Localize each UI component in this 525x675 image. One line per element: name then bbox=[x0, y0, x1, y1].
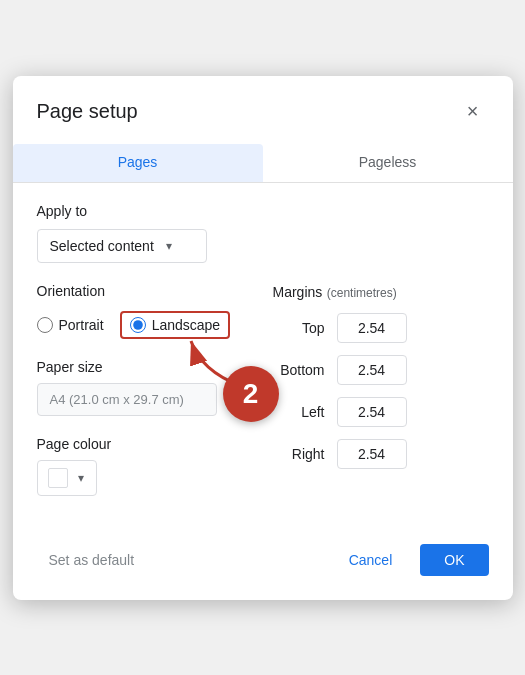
apply-to-dropdown[interactable]: Selected content ▾ bbox=[37, 229, 207, 263]
margin-bottom-row: Bottom bbox=[273, 355, 489, 385]
margin-bottom-label: Bottom bbox=[273, 362, 325, 378]
tab-bar: Pages Pageless bbox=[13, 144, 513, 183]
orientation-label: Orientation bbox=[37, 283, 253, 299]
portrait-option[interactable]: Portrait bbox=[37, 317, 104, 333]
page-colour-button[interactable]: ▾ bbox=[37, 460, 97, 496]
dialog-footer: Set as default Cancel OK bbox=[13, 520, 513, 576]
page-setup-dialog: Page setup × Pages Pageless Apply to Sel… bbox=[13, 76, 513, 600]
apply-to-value: Selected content bbox=[50, 238, 154, 254]
margins-unit: (centimetres) bbox=[327, 286, 397, 300]
landscape-radio[interactable] bbox=[130, 317, 146, 333]
margin-right-label: Right bbox=[273, 446, 325, 462]
margins-label: Margins bbox=[273, 284, 323, 300]
margin-top-row: Top bbox=[273, 313, 489, 343]
margin-left-input[interactable] bbox=[337, 397, 407, 427]
right-column: Margins (centimetres) Top Bottom Left bbox=[253, 283, 489, 496]
dialog-content: Apply to Selected content ▾ Orientation … bbox=[13, 203, 513, 496]
apply-to-label: Apply to bbox=[37, 203, 489, 219]
margin-top-label: Top bbox=[273, 320, 325, 336]
margin-right-row: Right bbox=[273, 439, 489, 469]
set-default-button[interactable]: Set as default bbox=[37, 544, 147, 576]
margins-header: Margins (centimetres) bbox=[273, 283, 489, 301]
chevron-down-icon: ▾ bbox=[78, 471, 84, 485]
apply-to-section: Apply to Selected content ▾ bbox=[37, 203, 489, 263]
dialog-title: Page setup bbox=[37, 100, 138, 123]
portrait-label: Portrait bbox=[59, 317, 104, 333]
footer-actions: Cancel OK bbox=[333, 544, 489, 576]
ok-button[interactable]: OK bbox=[420, 544, 488, 576]
margin-top-input[interactable] bbox=[337, 313, 407, 343]
colour-swatch bbox=[48, 468, 68, 488]
cancel-button[interactable]: Cancel bbox=[333, 544, 409, 576]
page-colour-section: Page colour ▾ bbox=[37, 436, 253, 496]
tab-pageless[interactable]: Pageless bbox=[263, 144, 513, 182]
margins-section: Margins (centimetres) Top Bottom Left bbox=[273, 283, 489, 469]
chevron-down-icon: ▾ bbox=[166, 239, 172, 253]
tab-pages[interactable]: Pages bbox=[13, 144, 263, 182]
margin-right-input[interactable] bbox=[337, 439, 407, 469]
page-colour-label: Page colour bbox=[37, 436, 253, 452]
annotation-number: 2 bbox=[223, 366, 279, 422]
dialog-header: Page setup × bbox=[13, 76, 513, 144]
margin-bottom-input[interactable] bbox=[337, 355, 407, 385]
margin-left-row: Left bbox=[273, 397, 489, 427]
portrait-radio[interactable] bbox=[37, 317, 53, 333]
margin-left-label: Left bbox=[273, 404, 325, 420]
close-button[interactable]: × bbox=[457, 96, 489, 128]
